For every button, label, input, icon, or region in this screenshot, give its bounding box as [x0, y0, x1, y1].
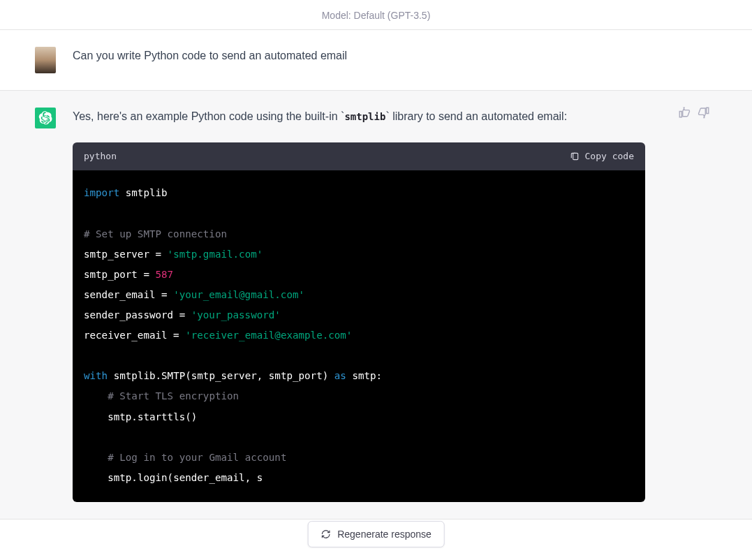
regenerate-response-button[interactable]: Regenerate response	[307, 521, 445, 547]
regenerate-label: Regenerate response	[337, 529, 432, 540]
model-indicator: Model: Default (GPT-3.5)	[0, 0, 752, 30]
user-message-text: Can you write Python code to send an aut…	[73, 47, 717, 73]
code-body: import smtplib # Set up SMTP connection …	[73, 170, 645, 502]
inline-code: smtplib	[344, 111, 385, 122]
code-block: python Copy code import smtplib # Set up…	[73, 142, 645, 502]
assistant-intro-pre: Yes, here's an example Python code using…	[73, 110, 341, 122]
thumbs-down-icon[interactable]	[698, 106, 710, 119]
assistant-message-content: Yes, here's an example Python code using…	[73, 108, 645, 502]
feedback-controls	[678, 106, 710, 119]
user-message-row: Can you write Python code to send an aut…	[0, 30, 752, 90]
assistant-intro-post: library to send an automated email:	[390, 110, 567, 122]
user-avatar	[35, 47, 56, 73]
copy-code-label: Copy code	[585, 149, 634, 164]
copy-code-button[interactable]: Copy code	[570, 149, 634, 164]
assistant-message-row: Yes, here's an example Python code using…	[0, 90, 752, 520]
clipboard-icon	[570, 152, 580, 161]
refresh-icon	[320, 529, 330, 539]
model-label: Model: Default (GPT-3.5)	[322, 10, 431, 21]
thumbs-up-icon[interactable]	[678, 106, 691, 119]
svg-rect-0	[573, 153, 577, 159]
code-header: python Copy code	[73, 142, 645, 171]
code-language-label: python	[84, 149, 117, 164]
openai-logo-icon	[38, 111, 52, 125]
assistant-avatar	[35, 108, 56, 128]
